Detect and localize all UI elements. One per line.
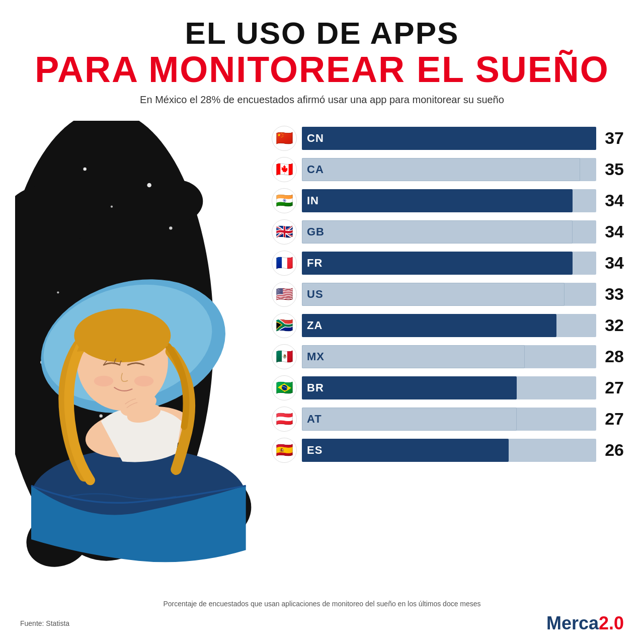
svg-point-2 [149, 180, 203, 222]
bar-row: 🇺🇸US33 [272, 282, 624, 307]
bar-fill: BR [302, 376, 517, 399]
bar-fill: IN [302, 189, 573, 212]
bar-value: 32 [601, 315, 624, 335]
svg-point-10 [57, 291, 59, 293]
flag-mx: 🇲🇽 [272, 344, 297, 369]
bar-value: 34 [601, 222, 624, 242]
bar-container-cn: CN [302, 127, 596, 150]
bar-code-label: ZA [307, 319, 323, 332]
bar-row: 🇲🇽MX28 [272, 344, 624, 369]
flag-in: 🇮🇳 [272, 188, 297, 213]
flag-cn: 🇨🇳 [272, 126, 297, 151]
chart-area: 🇨🇳CN37🇨🇦CA35🇮🇳IN34🇬🇧GB34🇫🇷FR34🇺🇸US33🇿🇦ZA… [257, 121, 624, 604]
subtitle: En México el 28% de encuestados afirmó u… [20, 94, 624, 106]
bar-row: 🇨🇳CN37 [272, 126, 624, 151]
logo-merca20: Merca2.0 [546, 613, 624, 634]
title-line2: PARA MONITOREAR EL SUEÑO [20, 51, 624, 89]
svg-point-8 [111, 205, 113, 207]
bar-code-label: MX [307, 350, 325, 363]
illustration [15, 121, 257, 604]
bar-value: 37 [601, 128, 624, 148]
bar-container-at: AT [302, 408, 596, 431]
bar-container-es: ES [302, 439, 596, 462]
flag-at: 🇦🇹 [272, 407, 297, 432]
content: 🇨🇳CN37🇨🇦CA35🇮🇳IN34🇬🇧GB34🇫🇷FR34🇺🇸US33🇿🇦ZA… [0, 111, 644, 604]
bar-code-label: GB [307, 225, 325, 238]
bar-code-label: CN [307, 132, 324, 145]
flag-br: 🇧🇷 [272, 375, 297, 400]
title-line1: EL USO DE APPS [20, 15, 624, 51]
footer-note: Porcentaje de encuestados que usan aplic… [20, 600, 624, 608]
logo-merca-text: Merca [546, 613, 599, 633]
bar-fill [302, 158, 580, 181]
bar-code-label: CA [307, 163, 324, 176]
bar-fill: CN [302, 127, 596, 150]
bar-value: 27 [601, 409, 624, 429]
bar-row: 🇿🇦ZA32 [272, 313, 624, 338]
bar-row: 🇦🇹AT27 [272, 407, 624, 432]
svg-point-22 [134, 375, 153, 386]
svg-point-5 [147, 183, 151, 187]
header: EL USO DE APPS PARA MONITOREAR EL SUEÑO … [0, 0, 644, 111]
bar-fill: FR [302, 252, 573, 275]
bar-container-za: ZA [302, 314, 596, 337]
bar-row: 🇪🇸ES26 [272, 438, 624, 463]
bar-value: 26 [601, 440, 624, 460]
bar-fill [302, 345, 525, 368]
bar-row: 🇬🇧GB34 [272, 219, 624, 245]
bar-fill [302, 220, 573, 244]
flag-us: 🇺🇸 [272, 282, 297, 307]
page: EL USO DE APPS PARA MONITOREAR EL SUEÑO … [0, 0, 644, 644]
bar-container-gb: GB [302, 220, 596, 244]
bar-container-ca: CA [302, 158, 596, 181]
bar-code-label: AT [307, 413, 322, 426]
bar-code-label: FR [307, 257, 323, 270]
footer-bottom: Fuente: Statista Merca2.0 [20, 613, 624, 634]
bar-container-br: BR [302, 376, 596, 399]
svg-point-6 [169, 226, 172, 229]
bar-value: 35 [601, 159, 624, 179]
bar-container-us: US [302, 283, 596, 306]
bar-row: 🇮🇳IN34 [272, 188, 624, 213]
bar-code-label: IN [307, 194, 319, 207]
bar-container-in: IN [302, 189, 596, 212]
svg-point-13 [99, 414, 102, 417]
bar-value: 27 [601, 378, 624, 397]
flag-ca: 🇨🇦 [272, 157, 297, 182]
flag-es: 🇪🇸 [272, 438, 297, 463]
bar-value: 34 [601, 253, 624, 273]
flag-za: 🇿🇦 [272, 313, 297, 338]
bar-code-label: US [307, 288, 324, 301]
footer: Porcentaje de encuestados que usan aplic… [0, 600, 644, 634]
bar-code-label: ES [307, 444, 323, 457]
bar-container-mx: MX [302, 345, 596, 368]
bar-value: 28 [601, 347, 624, 366]
bar-fill: ES [302, 439, 509, 462]
bar-fill [302, 408, 517, 431]
bar-row: 🇧🇷BR27 [272, 375, 624, 400]
source-text: Fuente: Statista [20, 619, 69, 627]
bar-value: 33 [601, 284, 624, 304]
flag-gb: 🇬🇧 [272, 219, 297, 245]
svg-point-21 [94, 375, 113, 386]
svg-point-7 [83, 167, 86, 170]
bar-row: 🇫🇷FR34 [272, 251, 624, 276]
bar-fill [302, 283, 565, 306]
logo-20-text: 2.0 [599, 613, 624, 633]
bar-fill: ZA [302, 314, 556, 337]
bar-value: 34 [601, 191, 624, 210]
bar-container-fr: FR [302, 252, 596, 275]
flag-fr: 🇫🇷 [272, 251, 297, 276]
bar-row: 🇨🇦CA35 [272, 157, 624, 182]
bar-code-label: BR [307, 381, 324, 394]
